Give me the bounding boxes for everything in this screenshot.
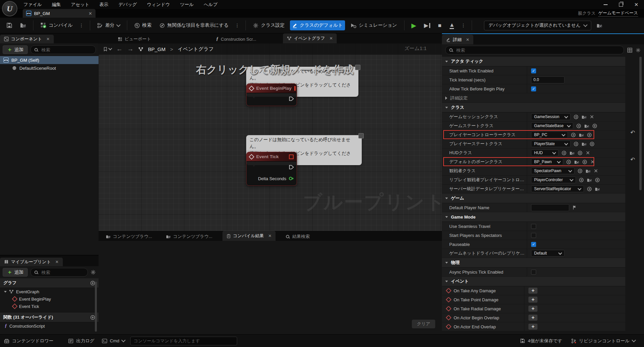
details-scrollbar[interactable] <box>639 57 642 190</box>
float-output-pin[interactable] <box>289 177 294 181</box>
my-blueprint-search-input[interactable] <box>41 270 84 275</box>
checkbox-checked[interactable]: ✓ <box>531 242 536 247</box>
class-dropdown[interactable]: PlayerController <box>531 177 576 183</box>
output-log-button[interactable]: 出力ログ <box>68 338 95 344</box>
list-item-event-beginplay[interactable]: Event BeginPlay <box>0 295 99 303</box>
use-selected-asset-icon[interactable] <box>561 150 567 155</box>
use-selected-asset-icon[interactable] <box>579 178 584 183</box>
display-grid-icon[interactable] <box>627 48 632 53</box>
stop-button[interactable]: ■ <box>436 21 444 30</box>
compile-button[interactable]: コンパイル <box>38 20 75 30</box>
section-actor-tick[interactable]: アクタ ティック <box>442 57 625 66</box>
undo-arrow-icon[interactable]: ↶ <box>628 156 638 163</box>
eject-button[interactable]: ▲ <box>447 20 457 31</box>
exec-output-pin[interactable] <box>289 96 294 101</box>
details-settings-gear-icon[interactable] <box>636 48 641 53</box>
class-defaults-button[interactable]: クラスのデフォルト <box>290 20 345 30</box>
section-game-mode[interactable]: Game Mode <box>442 212 625 222</box>
class-dropdown[interactable]: GameStateBase <box>531 122 573 129</box>
breadcrumb-root[interactable]: BP_GM <box>148 46 166 52</box>
clear-icon[interactable] <box>590 159 595 164</box>
play-options-icon[interactable]: ⋮ <box>460 23 467 28</box>
add-new-asset-icon[interactable] <box>592 123 597 128</box>
component-row-self[interactable]: BP_GM (Self) <box>0 56 99 64</box>
use-selected-asset-icon[interactable] <box>574 114 579 119</box>
checkbox-unchecked[interactable] <box>531 224 536 229</box>
section-class[interactable]: クラス <box>442 103 625 112</box>
undo-arrow-icon[interactable]: ↶ <box>628 129 638 136</box>
menu-tools[interactable]: ツール <box>180 2 194 8</box>
add-graph-icon[interactable] <box>90 281 95 286</box>
add-component-button[interactable]: ＋ 追加 <box>3 45 28 54</box>
simulation-button[interactable]: シミュレーション <box>348 20 399 30</box>
browse-asset-icon[interactable] <box>587 178 592 183</box>
net-driver-dropdown[interactable]: Default <box>531 250 565 257</box>
browse-asset-icon[interactable] <box>595 187 600 192</box>
clear-button[interactable]: クリア <box>412 320 435 328</box>
add-event-button[interactable]: ＋ <box>528 315 537 321</box>
tab-content-browser-2[interactable]: コンテンツブラウ... <box>162 232 216 241</box>
unsaved-assets-button[interactable]: 4個が未保存です <box>520 338 562 344</box>
use-selected-asset-icon[interactable] <box>574 141 579 146</box>
class-dropdown[interactable]: SpectatorPawn <box>531 167 575 174</box>
browse-debug-object-button[interactable] <box>594 21 605 30</box>
class-dropdown[interactable]: PlayerState <box>531 140 571 147</box>
flag-icon[interactable] <box>572 205 577 210</box>
add-new-asset-icon[interactable] <box>587 132 592 137</box>
cmd-dropdown[interactable]: Cmd <box>102 338 125 344</box>
filter-gear-icon[interactable] <box>91 270 96 275</box>
event-graph-canvas[interactable]: ← → BP_GM > イベントグラフ ズーム1:1 右クリックして新規ノードを… <box>99 43 442 231</box>
class-dropdown[interactable]: BP_Pawn <box>531 158 563 165</box>
hide-unrelated-button[interactable]: 無関係な項目を非表示にする <box>157 20 231 30</box>
tab-details[interactable]: 詳細 ✕ <box>442 35 473 44</box>
add-event-button[interactable]: ＋ <box>528 306 537 312</box>
checkbox-checked[interactable]: ✓ <box>531 68 536 73</box>
section-game[interactable]: ゲーム <box>442 194 625 203</box>
debug-object-dropdown[interactable]: デバッグオブジェクトが選択されていません <box>484 21 591 30</box>
tab-find-results[interactable]: 結果検索 <box>282 232 314 241</box>
class-dropdown[interactable]: GameSession <box>531 113 571 120</box>
class-settings-button[interactable]: クラス設定 <box>251 20 287 30</box>
menu-file[interactable]: ファイル <box>23 2 42 8</box>
node-event-beginplay[interactable]: Event BeginPlay <box>246 83 297 106</box>
node-event-tick[interactable]: Event Tick Delta Seconds <box>246 152 297 186</box>
compile-options-icon[interactable]: ⋮ <box>78 23 85 28</box>
my-blueprint-scrollbar[interactable] <box>95 282 97 332</box>
close-icon[interactable]: ✕ <box>466 37 469 42</box>
add-function-icon[interactable] <box>90 315 95 320</box>
section-physics[interactable]: 物理 <box>442 258 625 268</box>
minimize-button[interactable] <box>598 0 613 9</box>
browse-asset-icon[interactable] <box>582 114 587 119</box>
diff-button[interactable]: 差分 <box>95 20 122 30</box>
clear-icon[interactable] <box>590 114 594 119</box>
graphs-section-header[interactable]: グラフ <box>0 278 99 288</box>
expander-icon[interactable] <box>4 291 7 293</box>
frame-skip-button[interactable]: ▶ <box>422 21 433 30</box>
class-dropdown[interactable]: HUD <box>531 149 558 156</box>
advanced-settings-expander[interactable]: 詳細設定 <box>442 93 625 103</box>
class-dropdown[interactable]: BP_PC <box>531 131 568 138</box>
section-events[interactable]: イベント <box>442 277 625 286</box>
menu-debug[interactable]: デバッグ <box>119 2 137 8</box>
tab-my-blueprint[interactable]: マイブループリント ✕ <box>0 258 63 266</box>
browse-asset-icon[interactable] <box>574 159 579 164</box>
play-button[interactable]: ▶ <box>409 20 419 31</box>
use-selected-asset-icon[interactable] <box>578 168 583 174</box>
parent-class-link[interactable]: ゲームモードベース <box>598 10 638 17</box>
close-icon[interactable]: ✕ <box>268 234 272 238</box>
add-event-button[interactable]: ＋ <box>528 297 537 303</box>
bubble-pin-icon[interactable] <box>355 65 360 70</box>
list-item-event-graph[interactable]: EventGraph <box>0 288 99 295</box>
tab-construction-script[interactable]: ƒ Construction Scr... <box>212 35 260 43</box>
save-button[interactable] <box>4 20 15 30</box>
tick-interval-field[interactable]: 0.0 <box>531 76 565 83</box>
details-search[interactable] <box>445 46 624 54</box>
clear-icon[interactable] <box>586 150 590 155</box>
content-drawer-button[interactable]: コンテンツドロワー <box>4 338 53 344</box>
add-new-asset-icon[interactable] <box>578 150 583 155</box>
details-search-input[interactable] <box>456 47 620 53</box>
add-new-asset-icon[interactable] <box>582 159 587 164</box>
console-command-input[interactable] <box>130 337 237 345</box>
list-item-event-tick[interactable]: Event Tick <box>0 303 99 310</box>
components-search-input[interactable] <box>41 47 92 53</box>
